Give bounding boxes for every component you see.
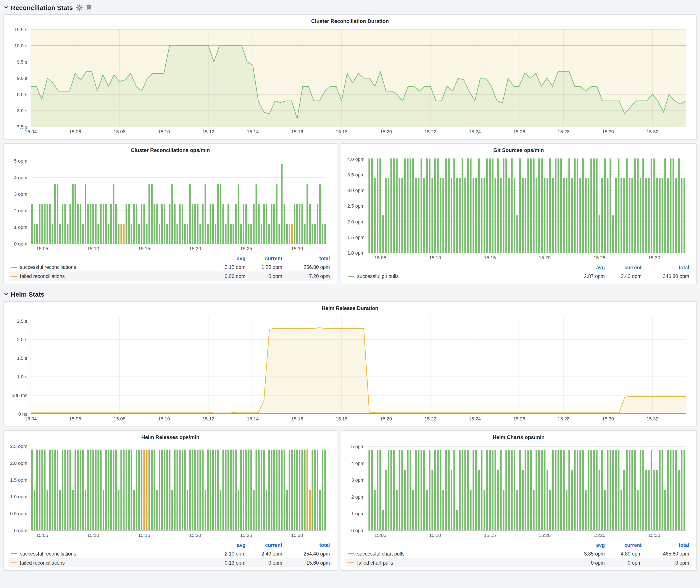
- svg-text:4.0 opm: 4.0 opm: [347, 157, 365, 162]
- legend-total: 254.40 opm: [282, 551, 330, 556]
- legend-label[interactable]: failed chart pulls: [357, 560, 393, 565]
- svg-text:15:20: 15:20: [539, 533, 551, 538]
- svg-text:500 ms: 500 ms: [12, 393, 27, 398]
- svg-text:15:05: 15:05: [36, 246, 48, 251]
- legend-row[interactable]: failed chart pulls 0 opm 0 opm 0 opm: [345, 558, 692, 567]
- legend-header-current[interactable]: current: [245, 256, 282, 261]
- svg-text:15:04: 15:04: [25, 416, 37, 422]
- legend-label[interactable]: failed reconciliations: [20, 560, 65, 565]
- svg-text:15:30: 15:30: [602, 129, 614, 134]
- svg-text:3.0 opm: 3.0 opm: [347, 188, 365, 193]
- legend-header-avg[interactable]: avg: [564, 265, 605, 270]
- svg-text:15:10: 15:10: [429, 255, 441, 260]
- panel-title[interactable]: Helm Charts ops/min: [345, 433, 692, 442]
- svg-text:3 opm: 3 opm: [351, 477, 365, 483]
- panel-helm-releases-ops: Helm Releases ops/min 0 opm0.5 opm1.0 op…: [3, 430, 337, 571]
- legend-header-current[interactable]: current: [245, 542, 282, 548]
- series-color-swatch: [348, 276, 354, 276]
- legend-avg: 2.10 opm: [204, 551, 245, 556]
- svg-text:15:10: 15:10: [87, 533, 99, 538]
- section-title: Helm Stats: [11, 290, 44, 298]
- panel-title[interactable]: Git Sources ops/min: [345, 146, 692, 155]
- legend-header-avg[interactable]: avg: [204, 256, 245, 261]
- chevron-down-icon: [3, 291, 9, 297]
- legend-header-total[interactable]: total: [282, 542, 330, 548]
- svg-text:2 opm: 2 opm: [351, 494, 365, 500]
- svg-text:15:26: 15:26: [513, 416, 525, 422]
- svg-text:15:18: 15:18: [336, 416, 348, 422]
- panel-title[interactable]: Helm Release Duration: [8, 304, 692, 313]
- legend-current: 0 opm: [605, 560, 642, 565]
- legend-row[interactable]: failed reconciliations 0.06 opm 0 opm 7.…: [8, 271, 332, 281]
- gear-icon[interactable]: [76, 4, 83, 11]
- legend-label[interactable]: successful chart pulls: [357, 551, 405, 556]
- panel-helm-release-duration: Helm Release Duration 0 ns500 ms1.0 s1.5…: [3, 301, 697, 427]
- svg-text:15:22: 15:22: [424, 416, 436, 422]
- legend-header-total[interactable]: total: [642, 542, 689, 548]
- svg-text:15:14: 15:14: [247, 129, 259, 134]
- svg-text:15:06: 15:06: [69, 129, 81, 134]
- legend-label[interactable]: successful reconciliations: [20, 551, 76, 556]
- svg-text:15:04: 15:04: [25, 129, 37, 134]
- helm-release-duration-chart[interactable]: 0 ns500 ms1.0 s1.5 s2.0 s2.5 s15:0415:06…: [8, 313, 692, 423]
- svg-text:15:20: 15:20: [189, 246, 201, 251]
- svg-text:15:10: 15:10: [429, 533, 441, 538]
- svg-text:10.5 s: 10.5 s: [14, 27, 27, 32]
- svg-text:15:15: 15:15: [138, 246, 150, 251]
- legend-label[interactable]: successful reconciliations: [20, 264, 76, 270]
- legend-current: 4.80 opm: [605, 551, 642, 556]
- svg-text:15:10: 15:10: [158, 416, 170, 422]
- svg-text:2 opm: 2 opm: [14, 208, 27, 213]
- legend-current: 0 opm: [245, 560, 282, 565]
- svg-text:5 opm: 5 opm: [351, 444, 365, 449]
- legend-header-current[interactable]: current: [605, 542, 642, 548]
- panel-title[interactable]: Cluster Reconciliations ops/min: [8, 146, 332, 155]
- legend-total: 7.20 opm: [282, 273, 330, 279]
- legend-header-avg[interactable]: avg: [204, 542, 245, 548]
- section-toggle-reconciliation-stats[interactable]: Reconciliation Stats: [3, 4, 73, 11]
- svg-text:15:20: 15:20: [380, 416, 392, 422]
- legend-header-total[interactable]: total: [642, 265, 689, 270]
- series-color-swatch: [11, 276, 17, 276]
- svg-text:1.5 opm: 1.5 opm: [347, 235, 365, 240]
- series-color-swatch: [348, 553, 354, 554]
- legend-current: 1.20 opm: [245, 264, 282, 270]
- svg-text:15:24: 15:24: [469, 416, 481, 422]
- svg-text:15:30: 15:30: [291, 246, 303, 251]
- svg-text:15:30: 15:30: [291, 533, 303, 538]
- svg-text:15:10: 15:10: [87, 246, 99, 251]
- svg-text:15:15: 15:15: [484, 533, 496, 538]
- svg-text:15:24: 15:24: [469, 129, 481, 134]
- panel-title[interactable]: Helm Releases ops/min: [8, 433, 332, 442]
- legend-header-total[interactable]: total: [282, 256, 330, 261]
- svg-text:15:30: 15:30: [648, 533, 660, 538]
- panel-title[interactable]: Cluster Reconciliation Duration: [8, 17, 692, 26]
- git-sources-ops-chart[interactable]: 1.0 opm1.5 opm2.0 opm2.5 opm3.0 opm3.5 o…: [345, 155, 692, 262]
- svg-text:15:08: 15:08: [114, 416, 126, 422]
- svg-text:0 opm: 0 opm: [14, 528, 27, 533]
- legend-avg: 0.06 opm: [204, 273, 245, 279]
- cluster-reconciliation-duration-chart[interactable]: 7.5 s8.0 s8.5 s9.0 s9.5 s10.0 s10.5 s15:…: [8, 26, 692, 136]
- svg-text:15:15: 15:15: [484, 255, 496, 260]
- svg-text:15:25: 15:25: [240, 246, 252, 251]
- svg-text:15:06: 15:06: [69, 416, 81, 422]
- series-color-swatch: [348, 562, 354, 563]
- legend-total: 15.60 opm: [282, 560, 330, 565]
- legend-label[interactable]: failed reconciliations: [20, 273, 65, 279]
- helm-charts-ops-chart[interactable]: 0 opm1 opm2 opm3 opm4 opm5 opm15:0515:10…: [345, 442, 692, 540]
- cluster-reconciliations-ops-chart[interactable]: 0 opm1 opm2 opm3 opm4 opm5 opm15:0515:10…: [8, 155, 332, 253]
- legend-label[interactable]: successful git pulls: [357, 273, 399, 279]
- svg-text:15:12: 15:12: [202, 129, 214, 134]
- legend-row[interactable]: successful reconciliations 2.12 opm 1.20…: [8, 262, 332, 271]
- legend-row[interactable]: successful git pulls 2.87 opm 2.40 opm 3…: [345, 271, 692, 281]
- legend-header-avg[interactable]: avg: [564, 542, 605, 548]
- helm-releases-ops-chart[interactable]: 0 opm0.5 opm1.0 opm1.5 opm2.0 opm2.5 opm…: [8, 442, 332, 540]
- trash-icon[interactable]: [86, 4, 92, 10]
- legend-row[interactable]: successful reconciliations 2.10 opm 2.40…: [8, 549, 332, 558]
- legend-row[interactable]: successful chart pulls 3.85 opm 4.80 opm…: [345, 549, 692, 558]
- svg-text:15:14: 15:14: [247, 416, 259, 422]
- legend-header-current[interactable]: current: [605, 265, 642, 270]
- section-toggle-helm-stats[interactable]: Helm Stats: [3, 290, 44, 298]
- legend-row[interactable]: failed reconciliations 0.13 opm 0 opm 15…: [8, 558, 332, 567]
- svg-text:15:25: 15:25: [594, 533, 605, 538]
